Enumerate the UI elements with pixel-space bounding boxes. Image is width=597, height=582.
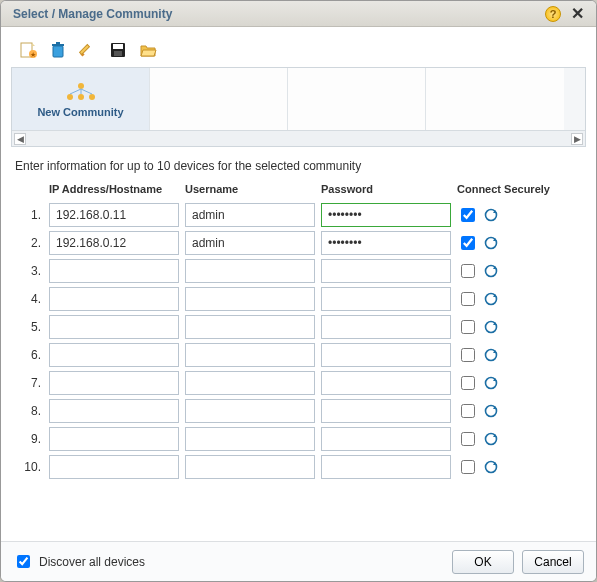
refresh-icon[interactable] xyxy=(484,460,498,474)
svg-point-14 xyxy=(78,94,84,100)
community-card-new[interactable]: New Community xyxy=(12,68,150,130)
device-row: 7. xyxy=(15,371,582,395)
row-number: 3. xyxy=(15,264,43,278)
ip-input[interactable] xyxy=(49,343,179,367)
username-input[interactable] xyxy=(185,231,315,255)
device-row: 2. xyxy=(15,231,582,255)
connect-securely-checkbox[interactable] xyxy=(461,460,475,474)
community-card-blank[interactable] xyxy=(150,68,288,130)
ip-input[interactable] xyxy=(49,259,179,283)
community-scrollbar: ◀ ▶ xyxy=(12,130,585,146)
username-input[interactable] xyxy=(185,399,315,423)
svg-rect-10 xyxy=(113,44,123,49)
cancel-button[interactable]: Cancel xyxy=(522,550,584,574)
row-number: 9. xyxy=(15,432,43,446)
community-card-blank[interactable] xyxy=(288,68,426,130)
ip-input[interactable] xyxy=(49,427,179,451)
connect-securely-checkbox[interactable] xyxy=(461,264,475,278)
connect-securely-checkbox[interactable] xyxy=(461,292,475,306)
refresh-icon[interactable] xyxy=(484,292,498,306)
connect-securely-cell xyxy=(457,429,567,449)
password-input[interactable] xyxy=(321,343,451,367)
password-input[interactable] xyxy=(321,287,451,311)
delete-icon[interactable] xyxy=(49,41,67,59)
refresh-icon[interactable] xyxy=(484,320,498,334)
svg-point-15 xyxy=(89,94,95,100)
refresh-icon[interactable] xyxy=(484,376,498,390)
connect-securely-checkbox[interactable] xyxy=(461,208,475,222)
username-input[interactable] xyxy=(185,427,315,451)
ip-input[interactable] xyxy=(49,287,179,311)
username-input[interactable] xyxy=(185,259,315,283)
header-password: Password xyxy=(321,183,451,195)
device-row: 8. xyxy=(15,399,582,423)
svg-line-16 xyxy=(70,89,81,94)
connect-securely-cell xyxy=(457,345,567,365)
svg-text:★: ★ xyxy=(30,51,36,58)
refresh-icon[interactable] xyxy=(484,432,498,446)
svg-marker-1 xyxy=(32,43,35,46)
password-input[interactable] xyxy=(321,315,451,339)
username-input[interactable] xyxy=(185,455,315,479)
username-input[interactable] xyxy=(185,343,315,367)
ip-input[interactable] xyxy=(49,399,179,423)
password-input[interactable] xyxy=(321,427,451,451)
connect-securely-checkbox[interactable] xyxy=(461,376,475,390)
discover-checkbox[interactable] xyxy=(17,555,30,568)
password-input[interactable] xyxy=(321,259,451,283)
refresh-icon[interactable] xyxy=(484,404,498,418)
device-row: 10. xyxy=(15,455,582,479)
password-input[interactable] xyxy=(321,371,451,395)
password-input[interactable] xyxy=(321,231,451,255)
save-icon[interactable] xyxy=(109,41,127,59)
scroll-left-icon[interactable]: ◀ xyxy=(14,133,26,145)
connect-securely-cell xyxy=(457,457,567,477)
row-number: 1. xyxy=(15,208,43,222)
device-row: 3. xyxy=(15,259,582,283)
connect-securely-checkbox[interactable] xyxy=(461,432,475,446)
community-card-label: New Community xyxy=(37,106,123,118)
ip-input[interactable] xyxy=(49,455,179,479)
help-icon[interactable]: ? xyxy=(545,6,561,22)
svg-rect-11 xyxy=(114,51,122,56)
header-ip: IP Address/Hostname xyxy=(49,183,179,195)
password-input[interactable] xyxy=(321,399,451,423)
refresh-icon[interactable] xyxy=(484,236,498,250)
password-input[interactable] xyxy=(321,203,451,227)
device-row: 6. xyxy=(15,343,582,367)
close-icon[interactable]: ✕ xyxy=(567,4,588,23)
svg-rect-8 xyxy=(80,45,90,55)
row-number: 6. xyxy=(15,348,43,362)
ip-input[interactable] xyxy=(49,231,179,255)
ip-input[interactable] xyxy=(49,203,179,227)
dialog-footer: Discover all devices OK Cancel xyxy=(1,541,596,581)
svg-rect-5 xyxy=(52,44,64,46)
dialog-title: Select / Manage Community xyxy=(13,7,545,21)
community-card-blank[interactable] xyxy=(426,68,564,130)
ip-input[interactable] xyxy=(49,371,179,395)
refresh-icon[interactable] xyxy=(484,264,498,278)
ok-button[interactable]: OK xyxy=(452,550,514,574)
ip-input[interactable] xyxy=(49,315,179,339)
connect-securely-checkbox[interactable] xyxy=(461,320,475,334)
row-number: 8. xyxy=(15,404,43,418)
open-icon[interactable] xyxy=(139,41,157,59)
connect-securely-checkbox[interactable] xyxy=(461,236,475,250)
new-icon[interactable]: ★ xyxy=(19,41,37,59)
row-number: 7. xyxy=(15,376,43,390)
row-number: 4. xyxy=(15,292,43,306)
connect-securely-checkbox[interactable] xyxy=(461,404,475,418)
refresh-icon[interactable] xyxy=(484,348,498,362)
password-input[interactable] xyxy=(321,455,451,479)
username-input[interactable] xyxy=(185,203,315,227)
device-grid: IP Address/Hostname Username Password Co… xyxy=(11,177,586,479)
connect-securely-checkbox[interactable] xyxy=(461,348,475,362)
select-manage-community-dialog: Select / Manage Community ? ✕ ★ xyxy=(0,0,597,582)
discover-all-devices[interactable]: Discover all devices xyxy=(13,552,444,571)
username-input[interactable] xyxy=(185,315,315,339)
username-input[interactable] xyxy=(185,371,315,395)
refresh-icon[interactable] xyxy=(484,208,498,222)
scroll-right-icon[interactable]: ▶ xyxy=(571,133,583,145)
edit-icon[interactable] xyxy=(79,41,97,59)
username-input[interactable] xyxy=(185,287,315,311)
